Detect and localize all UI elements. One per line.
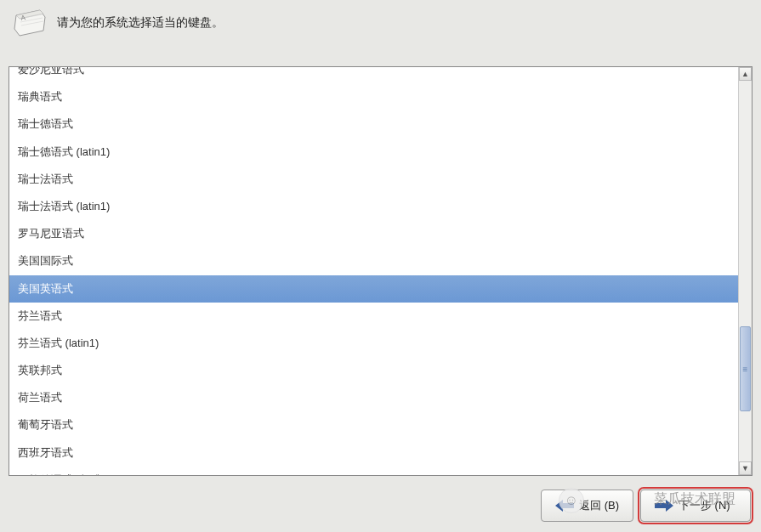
list-item[interactable]: 西班牙语式: [9, 439, 738, 467]
list-item[interactable]: 瑞典语式: [9, 83, 738, 110]
list-item[interactable]: 阿拉伯语式 (标准): [9, 467, 738, 475]
next-button-label: 下一步 (N): [679, 498, 730, 513]
keyboard-list-container: 爱沙尼亚语式瑞典语式瑞士德语式瑞士德语式 (latin1)瑞士法语式瑞士法语式 …: [9, 66, 752, 476]
list-item[interactable]: 美国国际式: [9, 247, 738, 274]
list-item[interactable]: 罗马尼亚语式: [9, 220, 738, 247]
list-item[interactable]: 瑞士德语式 (latin1): [9, 139, 738, 166]
scroll-thumb[interactable]: [740, 326, 751, 411]
header: A 请为您的系统选择适当的键盘。: [0, 0, 761, 50]
list-item[interactable]: 美国英语式: [9, 275, 738, 303]
next-button[interactable]: 下一步 (N): [640, 490, 751, 522]
list-item[interactable]: 芬兰语式 (latin1): [9, 330, 738, 357]
list-item[interactable]: 爱沙尼亚语式: [9, 67, 738, 83]
list-item[interactable]: 英联邦式: [9, 357, 738, 384]
scrollbar[interactable]: ▲ ▼: [738, 67, 752, 475]
list-item[interactable]: 瑞士德语式: [9, 110, 738, 138]
scroll-up-button[interactable]: ▲: [739, 67, 752, 81]
list-item[interactable]: 葡萄牙语式: [9, 411, 738, 439]
scroll-down-button[interactable]: ▼: [739, 461, 752, 475]
watermark-avatar: ☺: [559, 488, 584, 513]
keyboard-list[interactable]: 爱沙尼亚语式瑞典语式瑞士德语式瑞士德语式 (latin1)瑞士法语式瑞士法语式 …: [9, 67, 738, 475]
list-item[interactable]: 瑞士法语式: [9, 166, 738, 193]
keyboard-icon: A: [13, 8, 47, 37]
list-item[interactable]: 瑞士法语式 (latin1): [9, 193, 738, 220]
list-item[interactable]: 荷兰语式: [9, 384, 738, 411]
list-item[interactable]: 芬兰语式: [9, 303, 738, 330]
instruction-text: 请为您的系统选择适当的键盘。: [57, 15, 224, 31]
arrow-right-icon: [655, 500, 673, 512]
back-button-label: 返回 (B): [579, 498, 619, 513]
back-button[interactable]: 返回 (B): [541, 490, 633, 522]
